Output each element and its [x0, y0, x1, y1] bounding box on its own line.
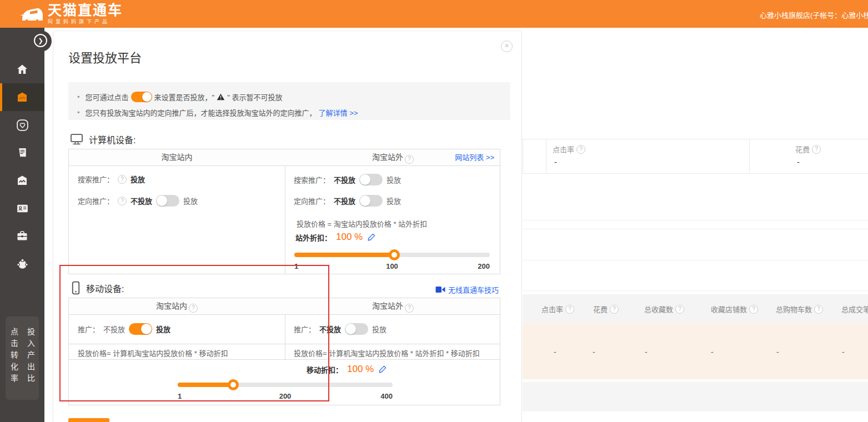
state-on-text: 投放 — [131, 174, 145, 184]
sidebar-item-home[interactable] — [0, 56, 44, 83]
app-logo[interactable]: 天猫直通车 阿里妈妈旗下产品 — [19, 3, 123, 25]
row-label: 推广： — [78, 324, 99, 334]
gallery-icon — [16, 91, 29, 104]
notice-text: 您只有投放淘宝站内的定向推广后，才能选择投放淘宝站外的定向推广， — [86, 107, 317, 118]
pc-inside-target-toggle[interactable] — [156, 195, 179, 207]
discount-label: 站外折扣： — [295, 232, 332, 243]
stat-ctr-value: - — [554, 157, 557, 167]
slider-track[interactable] — [178, 383, 393, 387]
divider — [523, 139, 523, 173]
picture-icon — [16, 174, 29, 187]
sidebar-metrics-panel[interactable]: 点击转化率 投入产出比 — [6, 316, 39, 400]
receipt-icon — [16, 147, 29, 159]
sidebar-item-favorites[interactable] — [0, 111, 44, 139]
header-taobao-outside: 淘宝站外 — [285, 298, 501, 314]
mobile-inside-promo-toggle[interactable] — [129, 323, 152, 335]
account-name[interactable]: 心雅小栈旗舰店(子帐号：心雅小栈旗 — [760, 9, 868, 20]
pc-outside-price-formula: 投放价格 = 淘宝站内投放价格 * 站外折扣 — [297, 218, 427, 229]
slider-knob[interactable] — [389, 249, 400, 260]
stat-label-text: 花费 — [795, 144, 810, 154]
tick-label: 1 — [178, 392, 182, 400]
close-icon[interactable]: × — [501, 41, 513, 52]
state-on-text: 投放 — [387, 174, 401, 185]
mobile-discount-slider[interactable] — [178, 383, 393, 387]
cell-value: - — [645, 348, 648, 356]
header-label: 淘宝站外 — [372, 302, 403, 310]
cell-value: - — [554, 348, 556, 356]
help-icon[interactable] — [675, 305, 684, 314]
report-table-header: 点击率 花费 总收藏数 收藏店铺数 总购物车数 总成交笔数 — [523, 294, 868, 323]
header-taobao-inside: 淘宝站内 — [69, 298, 285, 314]
sidebar-item-reports[interactable] — [0, 139, 44, 167]
state-off-text: 不投放 — [319, 324, 341, 334]
help-icon[interactable] — [610, 305, 619, 314]
state-off-text: 不投放 — [103, 324, 125, 334]
help-icon[interactable] — [814, 305, 823, 314]
tick-label: 100 — [386, 262, 398, 270]
summary-stat-row: 点击率 - 花费 - — [523, 139, 868, 174]
pc-outside-target-toggle[interactable] — [359, 195, 383, 207]
slider-track[interactable] — [294, 253, 490, 257]
row-label: 定向推广： — [78, 195, 114, 206]
notice-text: 来设置是否投放，" — [154, 92, 215, 102]
tick-label: 200 — [279, 392, 292, 400]
edit-pencil-icon[interactable] — [378, 365, 387, 374]
help-icon[interactable] — [118, 175, 127, 184]
edit-pencil-icon[interactable] — [367, 233, 376, 242]
column-header: 点击率 — [541, 304, 574, 314]
save-button[interactable] — [68, 418, 109, 422]
help-icon[interactable] — [405, 304, 414, 313]
help-icon[interactable] — [812, 145, 821, 154]
divider — [523, 260, 868, 260]
section-title: 移动设备: — [86, 282, 124, 295]
slider-knob[interactable] — [228, 379, 239, 390]
divider — [523, 220, 868, 220]
help-icon[interactable] — [189, 304, 198, 313]
help-icon[interactable] — [118, 197, 127, 205]
header-label: 淘宝站外 — [372, 153, 403, 162]
column-label: 点击率 — [541, 304, 563, 314]
computer-icon — [70, 133, 83, 145]
formula-text: 投放价格 = 淘宝站内投放价格 * 站外折扣 — [297, 218, 427, 229]
modal-title: 设置投放平台 — [68, 48, 142, 66]
help-icon[interactable] — [576, 145, 585, 154]
tick-label: 200 — [478, 262, 490, 270]
sidebar-item-creative[interactable] — [0, 167, 44, 194]
learn-more-link[interactable]: 了解详情 >> — [319, 107, 358, 118]
mobile-outside-promo-toggle[interactable] — [345, 323, 368, 335]
pc-outside-discount-slider[interactable] — [294, 253, 490, 257]
notice-text: " 表示暂不可投放 — [227, 92, 282, 102]
mobile-phone-icon — [71, 281, 81, 295]
sidebar-item-account-card[interactable] — [0, 194, 44, 222]
divider — [749, 139, 750, 173]
top-navbar: 天猫直通车 阿里妈妈旗下产品 心雅小栈旗舰店(子帐号：心雅小栈旗 — [0, 0, 868, 28]
help-icon[interactable] — [405, 155, 414, 164]
site-list-link[interactable]: 网站列表 >> — [455, 149, 494, 165]
column-label: 总购物车数 — [776, 304, 812, 314]
mobile-outside-price-formula: 投放价格= 计算机淘宝站内投放价格 * 站外折扣 * 移动折扣 — [294, 348, 480, 358]
link-label: 无线直通车技巧 — [448, 284, 499, 295]
mobile-inside-price-formula: 投放价格= 计算机淘宝站内投放价格 * 移动折扣 — [78, 348, 228, 358]
table-header-row: 淘宝站内 淘宝站外 网站列表 >> — [69, 149, 500, 166]
help-icon[interactable] — [749, 305, 758, 314]
discount-label: 移动折扣： — [307, 364, 343, 375]
cell-value: - — [842, 348, 845, 356]
home-icon — [16, 63, 29, 76]
heart-badge-icon — [16, 118, 29, 132]
logo-title: 天猫直通车 — [48, 3, 123, 17]
pc-inside-search-row: 搜索推广： 投放 — [78, 174, 145, 184]
divider — [69, 344, 500, 344]
pc-outside-search-toggle[interactable] — [359, 174, 383, 185]
sidebar-item-tools[interactable] — [0, 222, 44, 250]
id-card-icon — [16, 202, 29, 215]
sidebar-item-network[interactable] — [0, 250, 44, 278]
cell-value: - — [711, 348, 714, 356]
mobile-platform-table: 淘宝站内 淘宝站外 推广： 不投放 投放 推广： 不投放 投放 投放价格= 计算… — [68, 298, 500, 405]
row-label: 搜索推广： — [294, 174, 330, 185]
expand-chevron-icon[interactable]: ❯ — [34, 34, 47, 47]
stat-cost-label: 花费 — [795, 144, 821, 154]
help-icon[interactable] — [565, 305, 574, 314]
wireless-tips-link[interactable]: 无线直通车技巧 — [435, 284, 499, 295]
sidebar-item-campaign-active[interactable] — [0, 83, 44, 111]
sidebar: ❯ — [0, 28, 44, 422]
